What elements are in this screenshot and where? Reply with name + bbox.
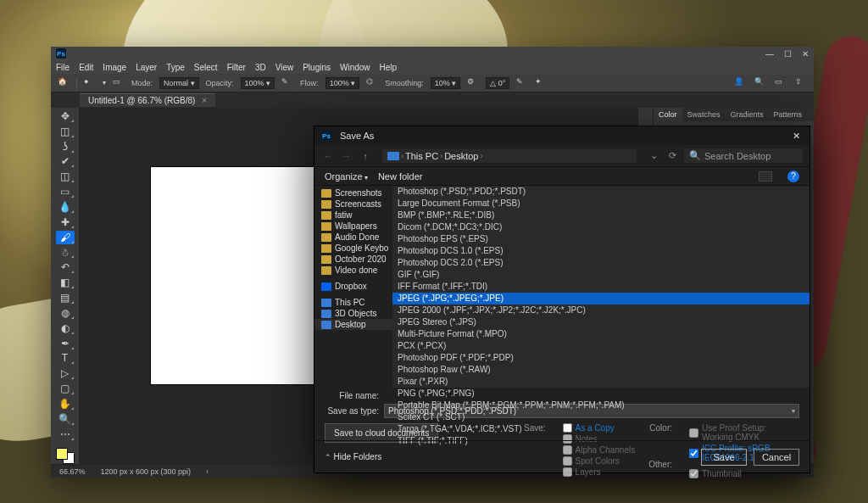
window-maximize-icon[interactable]: ☐ [784, 49, 792, 59]
breadcrumb[interactable]: › This PC › Desktop › [382, 149, 637, 163]
format-option[interactable]: Scitex CT (*.SCT) [392, 411, 810, 423]
tree-item[interactable]: Audio Done [314, 232, 392, 243]
brush-preset-icon[interactable]: ● [84, 77, 96, 89]
dialog-close-icon[interactable]: ✕ [789, 131, 803, 142]
eyedropper-tool[interactable]: 💧 [56, 200, 75, 214]
hide-folders-toggle[interactable]: Hide Folders [325, 452, 381, 461]
pressure-size-icon[interactable]: ✎ [516, 77, 528, 89]
format-option[interactable]: Photoshop Raw (*.RAW) [392, 364, 810, 376]
tree-item[interactable]: Video done [314, 265, 392, 276]
stamp-tool[interactable]: ☃ [56, 246, 75, 260]
format-option[interactable]: Large Document Format (*.PSB) [392, 198, 810, 210]
format-option[interactable]: Multi-Picture Format (*.MPO) [392, 328, 810, 340]
cloud-sync-icon[interactable]: 👤 [734, 77, 746, 89]
menu-filter[interactable]: Filter [227, 63, 246, 72]
smoothing-input[interactable]: 10% ▾ [431, 77, 461, 89]
panel-tab-patterns[interactable]: Patterns [769, 108, 808, 121]
color-swatch-tool[interactable] [56, 448, 75, 464]
home-icon[interactable]: 🏠 [58, 77, 70, 89]
tree-item[interactable]: 3D Objects [314, 308, 392, 319]
history-brush-tool[interactable]: ↶ [56, 260, 75, 274]
format-option[interactable]: GIF (*.GIF) [392, 269, 810, 281]
format-option[interactable]: JPEG (*.JPG;*.JPEG;*.JPE) [392, 293, 810, 305]
rectangle-tool[interactable]: ▢ [56, 382, 75, 395]
tree-item[interactable]: This PC [314, 297, 392, 308]
edit-toolbar[interactable]: ⋯ [56, 428, 75, 441]
menu-file[interactable]: File [56, 63, 70, 72]
marquee-tool[interactable]: ◫ [56, 125, 75, 138]
format-option[interactable]: Pixar (*.PXR) [392, 376, 810, 388]
smoothing-options-icon[interactable]: ⚙ [467, 77, 479, 89]
panel-tab-color[interactable]: Color [654, 108, 682, 121]
panel-tab-gradients[interactable]: Gradients [726, 108, 769, 121]
search-icon[interactable]: 🔍 [754, 77, 766, 89]
tree-item[interactable]: Screencasts [314, 198, 392, 210]
share-icon[interactable]: ⇪ [795, 77, 807, 89]
airbrush-icon[interactable]: ⌬ [366, 77, 378, 89]
pressure-opacity-icon[interactable]: ✎ [281, 77, 293, 89]
help-icon[interactable]: ? [787, 170, 799, 182]
menu-layer[interactable]: Layer [136, 63, 157, 72]
mode-select[interactable]: Normal ▾ [159, 77, 199, 89]
symmetry-icon[interactable]: ✦ [535, 77, 547, 89]
tree-item[interactable]: Google Keybo [314, 243, 392, 254]
close-tab-icon[interactable]: × [202, 96, 207, 105]
save-button[interactable]: Save [701, 449, 747, 466]
object-select-tool[interactable]: ✔ [56, 155, 75, 169]
flow-input[interactable]: 100% ▾ [326, 77, 360, 89]
lasso-tool[interactable]: ʖ [56, 140, 75, 154]
healing-tool[interactable]: ✚ [56, 215, 75, 229]
menu-image[interactable]: Image [103, 63, 126, 72]
eraser-tool[interactable]: ◧ [56, 276, 75, 289]
move-tool[interactable]: ✥ [56, 109, 75, 123]
format-option[interactable]: Photoshop EPS (*.EPS) [392, 233, 810, 245]
pen-tool[interactable]: ✒ [56, 337, 75, 350]
tree-item[interactable]: Screenshots [314, 187, 392, 198]
breadcrumb-segment[interactable]: This PC [405, 151, 438, 161]
window-minimize-icon[interactable]: — [765, 49, 774, 59]
menu-3d[interactable]: 3D [255, 63, 266, 72]
format-option[interactable]: Photoshop DCS 1.0 (*.EPS) [392, 245, 810, 257]
menu-type[interactable]: Type [166, 63, 185, 72]
window-close-icon[interactable]: ✕ [802, 49, 809, 59]
cancel-button[interactable]: Cancel [754, 449, 799, 466]
format-option[interactable]: IFF Format (*.IFF;*.TDI) [392, 281, 810, 293]
format-option[interactable]: BMP (*.BMP;*.RLE;*.DIB) [392, 210, 810, 221]
brush-tool[interactable]: 🖌 [56, 231, 75, 244]
tree-item[interactable]: fatiw [314, 210, 392, 221]
tree-item[interactable]: Desktop [314, 319, 392, 330]
format-option[interactable]: JPEG 2000 (*.JPF;*.JPX;*.JP2;*.J2C;*.J2K… [392, 305, 810, 316]
breadcrumb-dropdown-icon[interactable]: ⌄ [647, 149, 660, 163]
nav-up-icon[interactable]: ↑ [359, 149, 372, 163]
frame-tool[interactable]: ▭ [56, 185, 75, 198]
format-dropdown-list[interactable]: Photoshop (*.PSD;*.PDD;*.PSDT)Large Docu… [392, 186, 810, 388]
tree-item[interactable]: October 2020 [314, 254, 392, 265]
blur-tool[interactable]: ◍ [56, 306, 75, 320]
document-tab[interactable]: Untitled-1 @ 66.7% (RGB/8)× [80, 93, 215, 107]
format-option[interactable]: PCX (*.PCX) [392, 340, 810, 352]
format-option[interactable]: JPEG Stereo (*.JPS) [392, 316, 810, 328]
zoom-tool[interactable]: 🔍 [56, 412, 75, 426]
path-select-tool[interactable]: ▷ [56, 366, 75, 380]
dodge-tool[interactable]: ◐ [56, 321, 75, 335]
menu-edit[interactable]: Edit [79, 63, 93, 72]
nav-forward-icon[interactable]: → [340, 149, 353, 163]
hand-tool[interactable]: ✋ [56, 397, 75, 411]
zoom-level[interactable]: 66.67% [59, 467, 86, 476]
menu-view[interactable]: View [275, 63, 294, 72]
new-folder-button[interactable]: New folder [378, 171, 423, 182]
format-option[interactable]: Portable Bit Map (*.PBM;*.PGM;*.PPM;*.PN… [392, 400, 810, 411]
view-options-icon[interactable] [759, 171, 772, 182]
menu-select[interactable]: Select [194, 63, 218, 72]
panel-tab-swatches[interactable]: Swatches [682, 108, 726, 121]
tree-item[interactable]: Wallpapers [314, 221, 392, 232]
menu-window[interactable]: Window [340, 63, 370, 72]
format-option[interactable]: PNG (*.PNG;*.PNG) [392, 388, 810, 400]
format-option[interactable]: Targa (*.TGA;*.VDA;*.ICB;*.VST) [392, 423, 810, 435]
crop-tool[interactable]: ◫ [56, 170, 75, 183]
workspace-icon[interactable]: ▭ [775, 77, 787, 89]
tree-item[interactable]: Dropbox [314, 281, 392, 292]
status-chevron-icon[interactable]: › [206, 467, 209, 476]
brush-panel-icon[interactable]: ▭ [113, 77, 125, 89]
opacity-input[interactable]: 100% ▾ [241, 77, 275, 89]
